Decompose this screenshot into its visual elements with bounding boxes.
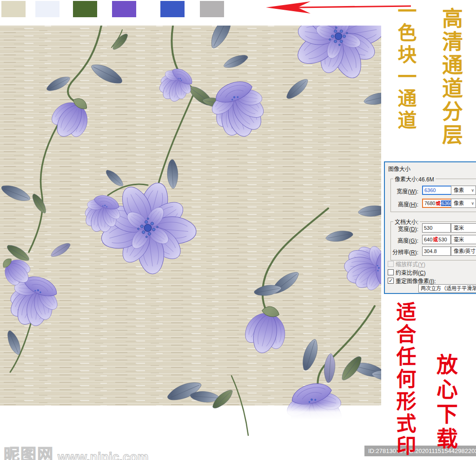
watermark-bottom-right: 放心下载 [435,353,456,452]
checkbox-checked-icon[interactable]: ✓ [388,278,394,284]
doc-width-input[interactable]: 530 [422,223,451,233]
scale-styles-checkbox-row[interactable]: 缩放样式(Y) [388,260,425,267]
watermark-bottom-left: 适合任何形式印 [394,301,414,458]
site-logo: 昵图网 www.nipic.com [4,442,149,460]
doc-width-unit-select[interactable]: 毫米 [451,223,476,233]
doc-height-unit-select[interactable]: 毫米 [451,235,476,244]
pixel-width-input[interactable]: 6360 [422,186,452,195]
site-url: www.nipic.com [58,450,149,460]
dialog-title: 图像大小 [388,165,410,173]
pixel-width-unit-select[interactable]: 像素∨ [451,186,476,195]
doc-width-label: 宽度(D): [385,225,418,233]
chevron-down-icon: ∨ [471,186,474,194]
resolution-label: 分辨率(R): [385,248,418,256]
resolution-unit-select[interactable]: 像素/英寸 [451,247,476,256]
site-name: 昵图网 [4,442,54,460]
bottom-fade [255,403,383,437]
doc-height-label: 高度(G): [385,236,418,244]
pixel-height-label: 高度(H): [385,200,418,208]
doc-height-input[interactable]: 640或530 [422,235,451,244]
resample-image-label: 重定图像像素(I): [396,277,436,285]
pixel-height-unit-select[interactable]: 像素∨ [451,199,476,208]
pixel-width-label: 宽度(W): [385,187,418,195]
watermark-column-right: 高清通道分层 [440,7,461,147]
chevron-down-icon: ∨ [471,199,474,207]
checkbox-icon[interactable] [388,261,394,267]
image-id-badge: ID:27813070 NO:20201115154429822032 [364,446,476,456]
checkbox-icon[interactable] [388,269,394,275]
resolution-input[interactable]: 304.8 [422,247,451,256]
floral-pattern-image [0,0,383,437]
pixel-size-legend: 像素大小:46.6M [393,175,436,183]
constrain-proportions-checkbox-row[interactable]: 约束比例(C) [388,269,426,275]
page: { "swatches": [ {"name": "beige", "color… [0,0,476,460]
watermark-column-left: 一色块一通道 [396,1,415,132]
resample-image-checkbox-row[interactable]: ✓ 重定图像像素(I): [388,277,436,284]
scale-styles-label: 缩放样式(Y) [396,260,425,268]
pixel-height-input[interactable]: 7680或6360 [422,199,452,208]
resample-method-select[interactable]: 两次立方（适用于平滑渐变 [418,284,476,293]
image-size-dialog: 图像大小 像素大小:46.6M 宽度(W): 6360 像素∨ 高度(H): 7… [384,161,476,294]
constrain-proportions-label: 约束比例(C) [396,268,426,276]
